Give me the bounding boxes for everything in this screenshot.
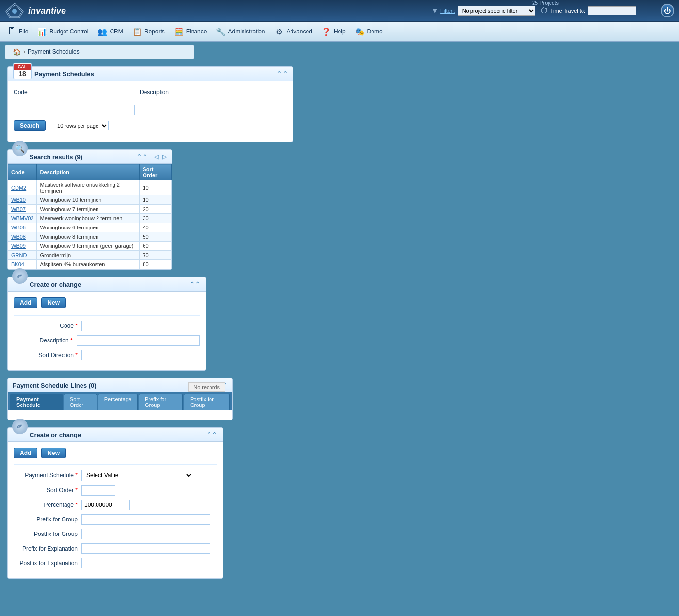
search-button[interactable]: Search [14, 120, 46, 131]
code-link[interactable]: CDM2 [11, 185, 26, 191]
cell-description: Grondtermijn [37, 251, 140, 260]
sort-order-line-input[interactable] [81, 485, 115, 496]
nav-item-file[interactable]: 🗄 File [2, 24, 32, 39]
code-link[interactable]: WB08 [11, 234, 26, 240]
filter-link[interactable]: Filter : [440, 8, 455, 14]
results-nav-right[interactable]: ▷ [162, 153, 167, 160]
cell-code[interactable]: BK04 [8, 260, 37, 269]
payment-schedule-select[interactable]: Select Value [81, 470, 193, 481]
search-icon: 🔍 [12, 141, 28, 156]
cell-sort-order: 70 [140, 251, 172, 260]
results-panel-title: Search results (9) [30, 153, 82, 161]
prefix-explanation-label: Prefix for Explanation [14, 545, 81, 552]
code-link[interactable]: WB07 [11, 206, 26, 212]
nav-item-help[interactable]: ❓ Help [317, 24, 350, 39]
create-change-body: Add New Code * Description * Sort Direct… [8, 292, 206, 370]
power-button[interactable]: ⏻ [661, 4, 674, 17]
time-travel-input[interactable] [588, 6, 636, 15]
search-panel-collapse[interactable]: ⌃⌃ [276, 70, 288, 78]
schedule-lines-title: Payment Schedule Lines (0) [13, 382, 97, 389]
code-input[interactable] [60, 87, 132, 97]
results-panel-collapse[interactable]: ⌃⌃ [136, 153, 148, 161]
home-icon[interactable]: 🏠 [13, 48, 21, 56]
no-records-badge: No records [188, 382, 225, 392]
sort-order-line-label: Sort Order * [14, 487, 81, 494]
budget-icon: 📊 [37, 26, 48, 37]
results-nav-left[interactable]: ◁ [154, 153, 159, 160]
filter-icon: ▼ [431, 7, 438, 15]
prefix-group-input[interactable] [81, 514, 210, 525]
nav-item-budget[interactable]: 📊 Budget Control [33, 24, 92, 39]
search-panel-header: Payment Schedules ⌃⌃ [8, 67, 293, 81]
postfix-explanation-input[interactable] [81, 558, 210, 568]
nav-item-administration[interactable]: 🔧 Administration [211, 24, 269, 39]
tab-postfix-group[interactable]: Postfix for Group [184, 394, 230, 410]
lines-add-button[interactable]: Add [14, 448, 37, 458]
cell-code[interactable]: CDM2 [8, 180, 37, 195]
prefix-group-row: Prefix for Group [14, 514, 217, 525]
nav-item-advanced[interactable]: ⚙ Advanced [270, 24, 316, 39]
cell-code[interactable]: WB06 [8, 223, 37, 232]
tab-percentage[interactable]: Percentage [98, 394, 138, 410]
tab-content-area [8, 410, 232, 420]
create-change-collapse[interactable]: ⌃⌃ [189, 280, 201, 288]
cell-code[interactable]: WBMV02 [8, 214, 37, 223]
nav-label-budget: Budget Control [49, 28, 88, 35]
cell-code[interactable]: WB08 [8, 232, 37, 242]
rows-per-page-select[interactable]: 10 rows per page 25 rows per page 50 row… [53, 121, 109, 130]
code-link[interactable]: WB10 [11, 197, 26, 203]
lines-new-button[interactable]: New [41, 448, 66, 458]
nav-item-crm[interactable]: 👥 CRM [93, 24, 127, 39]
tab-sort-order[interactable]: Sort Order [64, 394, 97, 410]
cell-sort-order: 20 [140, 205, 172, 214]
lines-fields: Payment Schedule * Select Value Sort Ord… [14, 464, 217, 568]
breadcrumb-separator: › [23, 49, 25, 55]
create-change-fields: Code * Description * Sort Direction * [14, 315, 200, 360]
sort-direction-field-input[interactable] [81, 350, 115, 360]
prefix-explanation-input[interactable] [81, 543, 210, 554]
prefix-group-label: Prefix for Group [14, 516, 81, 523]
description-field-row: Description * [14, 335, 200, 346]
payment-schedule-field-row: Payment Schedule * Select Value [14, 470, 217, 481]
code-link[interactable]: BK04 [11, 261, 24, 267]
description-input[interactable] [14, 105, 135, 115]
percentage-input[interactable] [81, 500, 130, 510]
cell-code[interactable]: GRND [8, 251, 37, 260]
lines-buttons: Add New [14, 448, 217, 458]
create-buttons: Add New [14, 297, 200, 308]
code-link[interactable]: WB09 [11, 243, 26, 249]
cell-description: Maatwerk software ontwikkeling 2 termijn… [37, 180, 140, 195]
cell-code[interactable]: WB10 [8, 195, 37, 205]
time-travel-area: ⏱ Time Travel to: [540, 6, 636, 15]
edit-icon: ✏ [9, 265, 31, 287]
nav-item-reports[interactable]: 📋 Reports [128, 24, 169, 39]
code-label: Code [14, 89, 52, 96]
code-field-input[interactable] [81, 321, 154, 331]
projects-count: 25 Projects [532, 0, 559, 6]
logo-text: invantive [28, 6, 66, 16]
filter-select[interactable]: No project specific filter [458, 6, 535, 16]
nav-bar: 🗄 File 📊 Budget Control 👥 CRM 📋 Reports … [0, 22, 679, 42]
postfix-group-input[interactable] [81, 529, 210, 539]
new-button[interactable]: New [41, 297, 66, 308]
nav-item-demo[interactable]: 🎭 Demo [351, 24, 387, 39]
table-row: GRND Grondtermijn 70 [8, 251, 172, 260]
nav-item-finance[interactable]: 🧮 Finance [170, 24, 211, 39]
nav-label-file: File [19, 28, 28, 35]
finance-icon: 🧮 [174, 26, 184, 37]
code-link[interactable]: GRND [11, 252, 27, 258]
schedule-lines-header: Payment Schedule Lines (0) ⌃⌃ No records [8, 378, 232, 392]
tab-prefix-group[interactable]: Prefix for Group [139, 394, 183, 410]
tab-payment-schedule[interactable]: Payment Schedule [10, 394, 63, 410]
code-link[interactable]: WB06 [11, 225, 26, 230]
cell-code[interactable]: WB07 [8, 205, 37, 214]
sort-order-line-row: Sort Order * [14, 485, 217, 496]
nav-label-advanced: Advanced [287, 28, 312, 35]
code-link[interactable]: WBMV02 [11, 215, 33, 221]
nav-label-crm: CRM [110, 28, 123, 35]
cell-code[interactable]: WB09 [8, 242, 37, 251]
description-field-input[interactable] [77, 335, 200, 346]
create-change-lines-collapse[interactable]: ⌃⌃ [206, 431, 218, 438]
add-button[interactable]: Add [14, 297, 37, 308]
administration-icon: 🔧 [215, 26, 226, 37]
